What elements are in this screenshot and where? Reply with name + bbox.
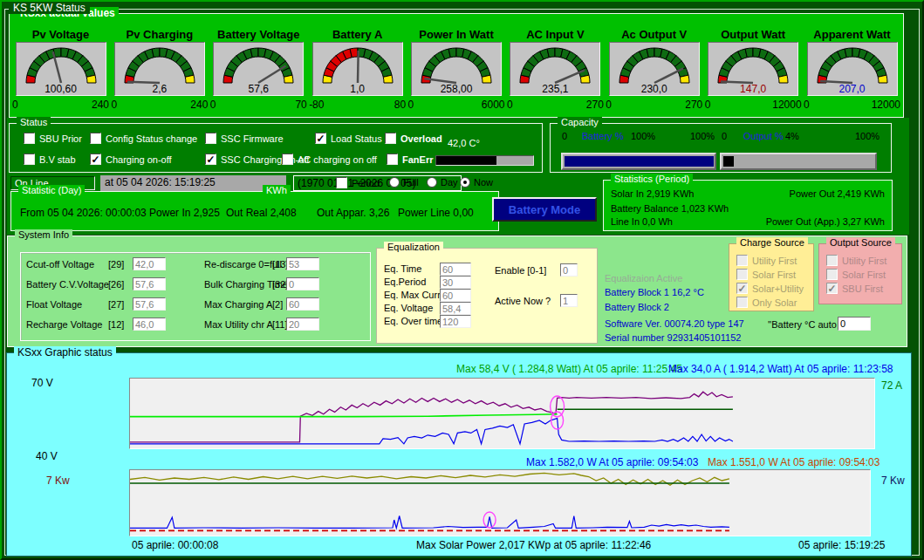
statistic-day-unit: KWh xyxy=(263,185,291,195)
checkbox-box[interactable] xyxy=(736,269,748,280)
gauge-min-ac-input-v: 0 xyxy=(507,99,513,111)
sysinfo-input-recharge-voltage[interactable] xyxy=(133,318,166,331)
checkbox-box[interactable] xyxy=(282,154,293,165)
sysinfo-label-ccut-off-voltage: Ccut-off Voltage xyxy=(26,259,94,270)
output-source-group: Output Source Utility FirstSolar First✓S… xyxy=(818,243,902,304)
radio-circle-now[interactable] xyxy=(460,177,470,188)
checkbox-box[interactable] xyxy=(24,154,35,165)
checkbox-ac-charging-on-off[interactable]: AC charging on off xyxy=(282,154,377,165)
x-axis-end-label: 05 aprile: 15:19:25 xyxy=(798,539,885,551)
actual-values-group: KSxx actual values Pv Voltage100,600240P… xyxy=(9,13,904,118)
serial-number-label: Serial number 92931405101152 xyxy=(605,332,741,343)
gauge-dial-power-in-watt: 258,00 xyxy=(411,42,502,96)
checkbox-box[interactable] xyxy=(205,133,216,144)
checkbox-box[interactable] xyxy=(385,133,396,144)
sysinfo-index: [26] xyxy=(108,279,124,290)
battery-mode-button[interactable]: Battery Mode xyxy=(492,197,597,222)
eq-input-eq-time[interactable] xyxy=(440,263,471,276)
checkbox-box[interactable] xyxy=(387,154,398,165)
radio-circle-day[interactable] xyxy=(427,177,437,188)
output-capacity-fill xyxy=(723,156,734,167)
sysinfo-input-ccut-off-voltage[interactable] xyxy=(133,257,166,270)
eq-input-eq-period[interactable] xyxy=(440,276,471,289)
checkbox-box[interactable]: ✓ xyxy=(826,283,838,294)
gauge-range-pv-charging: 0240 xyxy=(110,99,209,111)
series-battery-current-blue xyxy=(130,419,733,444)
chart1-y-bottom-label: 40 V xyxy=(36,450,58,462)
checkbox-box[interactable]: ✓ xyxy=(736,283,748,294)
gauge-dial-pv-voltage: 100,60 xyxy=(16,42,106,96)
checkbox-load-status[interactable]: ✓Load Status xyxy=(315,133,382,144)
chart1-max-current-label: Max 34,0 A ( 1.914,2 Watt) At 05 aprile:… xyxy=(668,363,893,375)
gauge-max-output-watt: 12000 xyxy=(772,99,801,111)
checkbox-b-v-stab[interactable]: B.V stab xyxy=(24,154,76,165)
radio-label-full: Full xyxy=(403,177,419,188)
checkbox-solar-first[interactable]: Solar First xyxy=(736,269,796,280)
checkbox-box[interactable] xyxy=(826,255,838,266)
sysinfo-input-battery-c-v-voltage[interactable] xyxy=(133,277,166,290)
checkbox-box[interactable] xyxy=(826,269,838,280)
gauge-range-power-in-watt: 06000 xyxy=(407,99,506,111)
sysinfo-input-float-voltage[interactable] xyxy=(133,297,166,311)
eq-enable-input[interactable] xyxy=(560,263,578,277)
checkbox-ssc-firmware[interactable]: SSC Firmware xyxy=(205,133,284,144)
checkbox-config-status-change[interactable]: Config Status change xyxy=(90,133,197,144)
equalization-group: Equalization Eq. TimeEq.PeriodEq. Max Cu… xyxy=(376,248,598,344)
eq-input-eq-voltage[interactable] xyxy=(440,302,471,315)
radio-label-now: Now xyxy=(474,177,493,188)
battery-c-auto-input[interactable] xyxy=(838,317,871,331)
checkbox-solar-first[interactable]: Solar First xyxy=(826,269,886,280)
checkbox-solar-utility[interactable]: ✓Solar+Utility xyxy=(736,283,804,294)
radio-day[interactable]: Day xyxy=(427,177,458,188)
checkbox-utility-first[interactable]: Utility First xyxy=(826,255,886,266)
sysinfo-input-re-discarge-0-full[interactable] xyxy=(286,257,319,270)
checkbox-fanerr[interactable]: FanErr xyxy=(387,154,433,165)
eq-input-eq-max-current[interactable] xyxy=(440,289,471,302)
battery-bar-value: 100% xyxy=(631,131,655,141)
radio-full[interactable]: Full xyxy=(389,177,419,188)
gauge-dial-pv-charging: 2,6 xyxy=(114,42,205,96)
output-capacity-bar xyxy=(720,153,877,170)
stat-day-out-real: Out Real 2,408 xyxy=(226,207,297,219)
sysinfo-input-bulk-charging-time[interactable] xyxy=(286,277,319,290)
checkbox-box[interactable]: ✓ xyxy=(205,154,216,165)
period-checkbox-box[interactable] xyxy=(336,177,347,188)
gauge-min-battery-a: -80 xyxy=(309,99,324,111)
gauge-needle-battery-voltage xyxy=(258,66,285,84)
gauge-range-output-watt: 012000 xyxy=(704,99,803,111)
gauge-battery-a: Battery A1,0-8080 xyxy=(308,28,407,111)
checkbox-box[interactable] xyxy=(90,133,101,144)
gauge-pv-voltage: Pv Voltage100,600240 xyxy=(11,28,110,111)
gauge-ac-input-v: AC Input V235,10270 xyxy=(506,28,605,111)
sysinfo-index: [11] xyxy=(272,319,288,330)
gauge-min-pv-voltage: 0 xyxy=(12,99,18,111)
gauge-title-pv-voltage: Pv Voltage xyxy=(11,28,110,42)
radio-circle-full[interactable] xyxy=(389,177,400,188)
checkbox-box[interactable] xyxy=(736,255,748,266)
checkbox-box[interactable] xyxy=(24,133,35,144)
checkbox-box[interactable] xyxy=(736,297,748,308)
temperature-value: 42,0 C° xyxy=(448,138,480,148)
gauge-value-battery-voltage: 57,6 xyxy=(214,83,303,95)
output-source-title: Output Source xyxy=(826,237,895,248)
checkbox-utility-first[interactable]: Utility First xyxy=(736,255,797,266)
chart2-plot xyxy=(129,469,871,536)
checkbox-charging-on-off[interactable]: ✓Charging on-off xyxy=(90,154,172,165)
checkbox-sbu-prior[interactable]: SBU Prior xyxy=(24,133,82,144)
checkbox-only-solar[interactable]: Only Solar xyxy=(736,297,797,308)
checkbox-overload[interactable]: Overload xyxy=(385,133,442,144)
eq-input-eq-over-time[interactable] xyxy=(440,315,471,328)
gauge-title-battery-voltage: Battery Voltage xyxy=(209,28,308,42)
sysinfo-input-max-charging-a[interactable] xyxy=(286,297,319,311)
checkbox-sbu-first[interactable]: ✓SBU First xyxy=(826,283,883,294)
eq-active-input[interactable] xyxy=(560,294,578,307)
radio-now[interactable]: Now xyxy=(460,177,493,188)
gauge-max-power-in-watt: 6000 xyxy=(482,99,505,111)
gauge-value-ac-output-v: 230,0 xyxy=(610,83,699,95)
sysinfo-input-max-utility-chr-a[interactable] xyxy=(286,318,319,331)
gauge-battery-voltage: Battery Voltage57,6070 xyxy=(209,28,308,111)
period-checkbox[interactable]: Period xyxy=(336,177,380,188)
chart1-max-voltage-label: Max 58,4 V ( 1.284,8 Watt) At 05 aprile:… xyxy=(456,363,682,375)
checkbox-box[interactable]: ✓ xyxy=(90,154,101,165)
checkbox-box[interactable]: ✓ xyxy=(315,133,326,144)
